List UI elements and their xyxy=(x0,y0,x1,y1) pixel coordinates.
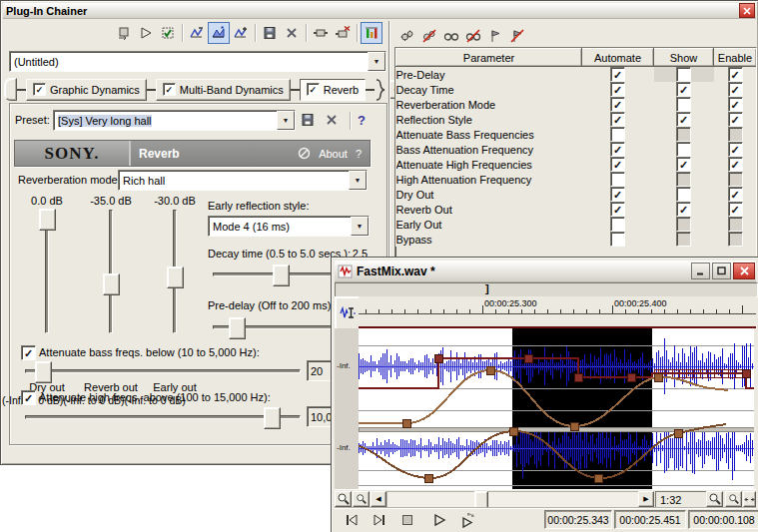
show-checkbox[interactable]: ✓ xyxy=(676,82,691,97)
show-none-button[interactable] xyxy=(462,25,484,47)
column-header-enable[interactable]: Enable xyxy=(714,49,757,67)
attenuate-high-checkbox[interactable]: ✓ xyxy=(21,390,36,405)
selection-end-field[interactable]: 00:00:25.451 xyxy=(614,510,686,529)
tab-checkbox[interactable]: ✓ xyxy=(163,83,176,96)
envelope-handle[interactable] xyxy=(509,427,517,435)
column-header-parameter[interactable]: Parameter xyxy=(396,49,582,67)
column-header-show[interactable]: Show xyxy=(654,49,714,67)
column-header-automate[interactable]: Automate xyxy=(582,49,654,67)
chainer-close-button[interactable] xyxy=(739,3,755,18)
tab-checkbox[interactable]: ✓ xyxy=(33,83,46,96)
automate-checkbox[interactable] xyxy=(610,172,625,187)
attenuate-high-slider-thumb[interactable] xyxy=(264,407,281,429)
enable-none-button[interactable] xyxy=(506,25,528,47)
envelope-handle[interactable] xyxy=(594,474,602,482)
save-chain-button[interactable] xyxy=(259,22,281,44)
overview-bar[interactable]: ] xyxy=(335,282,758,297)
add-plugin-before-button[interactable] xyxy=(186,22,208,44)
add-plugin-after-button[interactable] xyxy=(230,22,252,44)
process-selection-button[interactable] xyxy=(113,22,135,44)
show-checkbox[interactable]: ✓ xyxy=(676,112,691,127)
envelope-handle[interactable] xyxy=(654,373,662,381)
envelope-handle[interactable] xyxy=(674,429,682,437)
attenuate-bass-slider-track[interactable] xyxy=(25,369,301,373)
show-checkbox[interactable] xyxy=(676,142,691,157)
disconnect-plugin-button[interactable] xyxy=(332,22,354,44)
enable-checkbox[interactable]: ✓ xyxy=(728,187,743,202)
selection-start-field[interactable]: 00:00:25.343 xyxy=(544,510,612,529)
remove-plugin-button[interactable] xyxy=(281,22,303,44)
overview-cursor-marker[interactable]: ] xyxy=(485,282,489,294)
attenuate-bass-checkbox[interactable]: ✓ xyxy=(21,345,36,360)
plugin-chainer-toggle-button[interactable] xyxy=(361,22,382,44)
go-to-start-button[interactable] xyxy=(341,509,363,531)
reverb-out-slider-track[interactable] xyxy=(109,210,113,333)
chevron-down-icon[interactable]: ▼ xyxy=(368,52,385,71)
early-reflection-combobox[interactable]: Mode 4 (16 ms) ▼ xyxy=(208,216,370,237)
decay-time-slider-thumb[interactable] xyxy=(273,265,290,286)
envelope-handle[interactable] xyxy=(627,373,635,381)
automate-checkbox[interactable]: ✓ xyxy=(610,112,625,127)
connect-plugin-button[interactable] xyxy=(310,22,332,44)
envelope-handle[interactable] xyxy=(434,354,442,362)
play-normal-button[interactable] xyxy=(428,509,450,531)
automate-checkbox[interactable]: ✓ xyxy=(610,157,625,172)
reverb-out-slider-thumb[interactable] xyxy=(103,273,120,295)
enable-checkbox[interactable]: ✓ xyxy=(728,112,743,127)
preset-help-button[interactable]: ? xyxy=(351,109,373,131)
go-to-end-button[interactable] xyxy=(369,509,390,531)
tab-multi-band-dynamics[interactable]: ✓Multi-Band Dynamics xyxy=(156,79,291,101)
save-preset-button[interactable] xyxy=(297,109,319,131)
selection-length-field[interactable]: 00:00:00.108 xyxy=(688,510,758,529)
horizontal-scrollbar-track[interactable] xyxy=(386,491,638,507)
dry-out-slider-thumb[interactable] xyxy=(39,209,56,231)
tab-graphic-dynamics[interactable]: ✓Graphic Dynamics xyxy=(26,79,147,101)
attenuate-bass-slider-thumb[interactable] xyxy=(35,361,52,383)
preview-play-button[interactable] xyxy=(135,22,157,44)
show-checkbox[interactable] xyxy=(676,67,691,82)
chainer-titlebar[interactable]: Plug-In Chainer xyxy=(3,3,756,19)
automate-checkbox[interactable] xyxy=(610,127,625,142)
bypass-check-button[interactable] xyxy=(157,22,179,44)
envelope-handle[interactable] xyxy=(424,474,432,482)
enable-checkbox[interactable]: ✓ xyxy=(728,97,743,112)
fastmix-titlebar[interactable]: FastMix.wav * xyxy=(335,261,756,282)
show-all-button[interactable] xyxy=(440,25,462,47)
early-out-slider-thumb[interactable] xyxy=(167,266,184,288)
fastmix-close-button[interactable] xyxy=(733,263,755,279)
automate-checkbox[interactable]: ✓ xyxy=(610,82,625,97)
envelope-handle[interactable] xyxy=(570,422,578,430)
preset-combobox[interactable]: [Sys] Very long hall ▼ xyxy=(53,110,296,131)
help-link[interactable]: ? xyxy=(356,148,362,160)
chain-preset-combobox[interactable]: (Untitled) ▼ xyxy=(9,51,386,72)
about-link[interactable]: About xyxy=(319,148,348,160)
chevron-down-icon[interactable]: ▼ xyxy=(351,217,369,236)
show-checkbox[interactable] xyxy=(676,187,691,202)
predelay-slider-thumb[interactable] xyxy=(229,317,246,339)
automate-checkbox[interactable] xyxy=(610,232,625,247)
enable-all-button[interactable] xyxy=(484,25,506,47)
envelope-handle[interactable] xyxy=(574,373,582,381)
envelope-handle[interactable] xyxy=(402,419,410,427)
zoom-out-time-button[interactable] xyxy=(706,491,723,507)
play-plugin-chain-button[interactable] xyxy=(456,509,478,531)
tab-checkbox[interactable]: ✓ xyxy=(307,83,320,96)
automate-checkbox[interactable]: ✓ xyxy=(610,97,625,112)
waveform-display[interactable] xyxy=(359,328,754,489)
reverb-mode-combobox[interactable]: Rich hall ▼ xyxy=(118,170,368,191)
automate-checkbox[interactable]: ✓ xyxy=(610,142,625,157)
envelope-handle[interactable] xyxy=(486,366,494,374)
tab-reverb[interactable]: ✓Reverb xyxy=(300,79,366,101)
envelope-handle[interactable] xyxy=(524,354,532,362)
selection-region[interactable] xyxy=(512,328,652,489)
enable-checkbox[interactable]: ✓ xyxy=(728,202,743,217)
show-checkbox[interactable]: ✓ xyxy=(676,157,691,172)
enable-checkbox[interactable]: ✓ xyxy=(728,67,743,82)
envelope-handle[interactable] xyxy=(742,369,750,377)
automate-checkbox[interactable]: ✓ xyxy=(610,202,625,217)
level-ruler[interactable]: -Inf. -Inf. xyxy=(335,328,360,489)
automate-all-button[interactable] xyxy=(396,25,418,47)
scroll-left-button[interactable]: ◀ xyxy=(371,491,386,507)
maximize-button[interactable] xyxy=(712,263,731,279)
chevron-down-icon[interactable]: ▼ xyxy=(277,111,295,130)
